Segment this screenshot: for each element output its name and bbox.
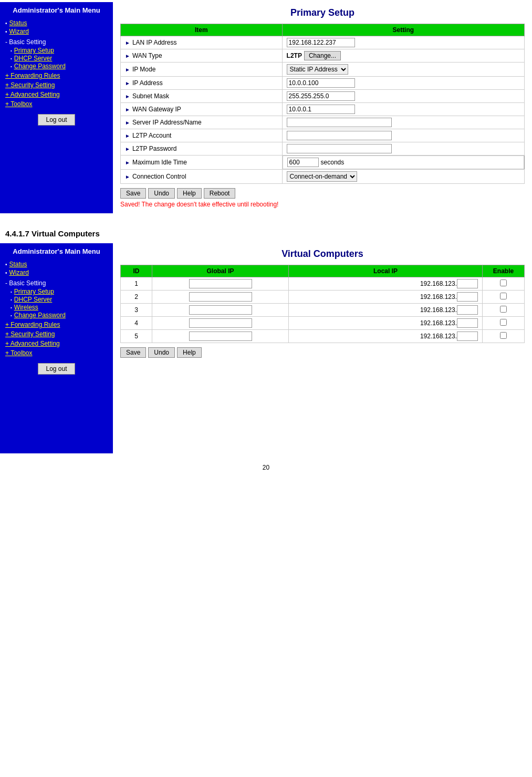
local-ip-suffix-input[interactable] xyxy=(457,331,478,341)
nav-status-2[interactable]: • Status xyxy=(5,261,108,268)
vc-local-ip-cell: 192.168.123. xyxy=(289,277,483,291)
server-ip-input[interactable] xyxy=(287,118,392,127)
change-button[interactable]: Change... xyxy=(304,51,341,60)
sub-bullet-s4: • xyxy=(11,313,12,318)
local-ip-prefix: 192.168.123. xyxy=(420,333,457,340)
security-setting-link-2[interactable]: + Security Setting xyxy=(5,330,55,338)
advanced-setting-1[interactable]: + Advanced Setting xyxy=(5,91,108,98)
ip-address-input[interactable] xyxy=(287,78,355,88)
forwarding-rules-2[interactable]: + Forwarding Rules xyxy=(5,321,108,328)
l2tp-password-input[interactable] xyxy=(287,144,392,153)
table-row: 4192.168.123. xyxy=(121,317,525,330)
help-button-1[interactable]: Help xyxy=(177,188,202,199)
save-button-1[interactable]: Save xyxy=(120,188,146,199)
logout-button-1[interactable]: Log out xyxy=(38,114,75,126)
vc-col-local: Local IP xyxy=(289,265,483,277)
local-ip-prefix: 192.168.123. xyxy=(420,280,457,287)
wireless-link-2[interactable]: Wireless xyxy=(14,304,38,311)
advanced-setting-link-2[interactable]: + Advanced Setting xyxy=(5,340,60,347)
l2tp-account-input[interactable] xyxy=(287,131,392,140)
change-password-item-2[interactable]: • Change Password xyxy=(11,312,108,319)
table-row: 3192.168.123. xyxy=(121,304,525,317)
row-label-l2tp-password: L2TP Password xyxy=(132,145,177,152)
vc-local-ip-cell: 192.168.123. xyxy=(289,330,483,343)
dhcp-server-item-2[interactable]: • DHCP Server xyxy=(11,296,108,303)
status-link-2[interactable]: Status xyxy=(9,261,27,268)
global-ip-input[interactable] xyxy=(189,292,252,302)
bullet-1: • xyxy=(5,20,7,26)
help-button-2[interactable]: Help xyxy=(177,347,202,358)
toolbox-1[interactable]: + Toolbox xyxy=(5,100,108,108)
enable-checkbox[interactable] xyxy=(500,319,507,326)
global-ip-input[interactable] xyxy=(189,279,252,288)
vc-enable-cell xyxy=(483,317,525,330)
undo-button-2[interactable]: Undo xyxy=(148,347,175,358)
local-ip-suffix-input[interactable] xyxy=(457,318,478,328)
page-title-2: Virtual Computers xyxy=(120,248,525,260)
enable-checkbox[interactable] xyxy=(500,332,507,339)
global-ip-input[interactable] xyxy=(189,305,252,315)
change-password-link-1[interactable]: Change Password xyxy=(14,63,66,70)
security-setting-2[interactable]: + Security Setting xyxy=(5,330,108,338)
seconds-label: seconds xyxy=(321,159,345,166)
saved-message: Saved! The change doesn't take effective… xyxy=(120,201,525,208)
nav-status-1[interactable]: • Status xyxy=(5,19,108,27)
wan-gateway-input[interactable] xyxy=(287,105,355,114)
nav-wizard-1[interactable]: • Wizard xyxy=(5,28,108,35)
dhcp-server-link-2[interactable]: DHCP Server xyxy=(14,296,52,303)
logout-wrap-2: Log out xyxy=(5,363,108,375)
nav-wizard-2[interactable]: • Wizard xyxy=(5,269,108,276)
advanced-setting-2[interactable]: + Advanced Setting xyxy=(5,340,108,347)
bullet-2: • xyxy=(5,29,7,35)
enable-checkbox[interactable] xyxy=(500,279,507,286)
status-link-1[interactable]: Status xyxy=(9,19,27,27)
local-ip-prefix: 192.168.123. xyxy=(420,293,457,301)
change-password-item-1[interactable]: • Change Password xyxy=(11,63,108,70)
primary-setup-link-1[interactable]: Primary Setup xyxy=(14,47,54,54)
forwarding-rules-link-2[interactable]: + Forwarding Rules xyxy=(5,321,60,328)
row-label-idle: Maximum Idle Time xyxy=(132,159,187,166)
advanced-setting-link-1[interactable]: + Advanced Setting xyxy=(5,91,60,98)
local-ip-prefix: 192.168.123. xyxy=(420,306,457,314)
primary-setup-item-2[interactable]: • Primary Setup xyxy=(11,288,108,295)
connection-control-select[interactable]: Connect-on-demand Always on Manual xyxy=(287,171,357,182)
security-setting-link-1[interactable]: + Security Setting xyxy=(5,81,55,89)
toolbox-2[interactable]: + Toolbox xyxy=(5,349,108,357)
local-ip-suffix-input[interactable] xyxy=(457,305,478,315)
wizard-link-2[interactable]: Wizard xyxy=(9,269,29,276)
ip-mode-select[interactable]: Static IP Address Dynamic IP xyxy=(287,64,348,75)
local-ip-suffix-input[interactable] xyxy=(457,279,478,288)
lan-ip-input[interactable] xyxy=(287,38,355,47)
dhcp-server-link-1[interactable]: DHCP Server xyxy=(14,55,52,62)
dhcp-server-item-1[interactable]: • DHCP Server xyxy=(11,55,108,62)
vc-local-ip-cell: 192.168.123. xyxy=(289,304,483,317)
global-ip-input[interactable] xyxy=(189,318,252,328)
undo-button-1[interactable]: Undo xyxy=(148,188,175,199)
save-button-2[interactable]: Save xyxy=(120,347,146,358)
logout-button-2[interactable]: Log out xyxy=(38,363,75,375)
sub-bullet-3: • xyxy=(11,64,12,69)
vc-row-id: 1 xyxy=(121,277,152,291)
enable-checkbox[interactable] xyxy=(500,293,507,299)
change-password-link-2[interactable]: Change Password xyxy=(14,312,66,319)
security-setting-1[interactable]: + Security Setting xyxy=(5,81,108,89)
global-ip-input[interactable] xyxy=(189,331,252,341)
vc-local-ip-cell: 192.168.123. xyxy=(289,317,483,330)
idle-time-input[interactable] xyxy=(287,158,319,167)
table-row: 1192.168.123. xyxy=(121,277,525,291)
subnet-mask-input[interactable] xyxy=(287,91,355,101)
forwarding-rules-1[interactable]: + Forwarding Rules xyxy=(5,72,108,79)
local-ip-suffix-input[interactable] xyxy=(457,292,478,302)
toolbox-link-2[interactable]: + Toolbox xyxy=(5,349,33,357)
toolbox-link-1[interactable]: + Toolbox xyxy=(5,100,33,108)
primary-setup-link-2[interactable]: Primary Setup xyxy=(14,288,54,295)
row-label-ip-mode: IP Mode xyxy=(132,66,155,73)
wizard-link-1[interactable]: Wizard xyxy=(9,28,29,35)
reboot-button-1[interactable]: Reboot xyxy=(204,188,236,199)
wireless-item-2[interactable]: • Wireless xyxy=(11,304,108,311)
enable-checkbox[interactable] xyxy=(500,306,507,313)
main-content-1: Primary Setup Item Setting ►LAN IP Addre… xyxy=(113,2,532,213)
arrow-icon: ► xyxy=(125,146,130,152)
forwarding-rules-link-1[interactable]: + Forwarding Rules xyxy=(5,72,60,79)
primary-setup-item-1[interactable]: • Primary Setup xyxy=(11,47,108,54)
